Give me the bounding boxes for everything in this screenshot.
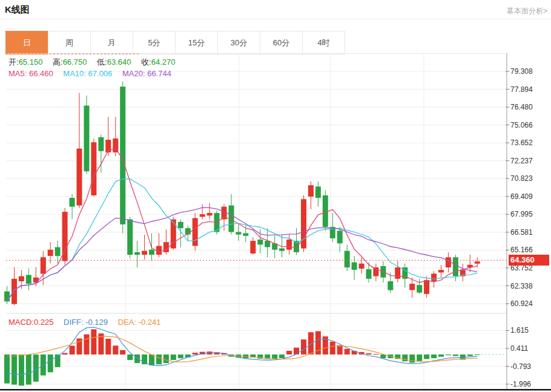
candle-body (395, 267, 400, 279)
macd-hist-bar (431, 354, 437, 358)
candle-body (431, 273, 437, 281)
main-axis-label: 70.823 (510, 174, 533, 183)
macd-hist-bar (475, 354, 480, 355)
main-axis-label: 65.166 (510, 246, 533, 254)
macd-hist-bar (286, 351, 292, 354)
macd-hist-bar (337, 345, 343, 355)
macd-axis-label: -0.793 (510, 362, 531, 371)
candle-body (366, 269, 372, 279)
current-price-tag: 64.360 (509, 255, 549, 266)
candle-body (98, 137, 104, 151)
candle-body (424, 280, 429, 294)
main-axis-label: 66.581 (510, 228, 533, 237)
macd-hist-bar (294, 348, 299, 354)
tab-5min[interactable]: 5分 (133, 31, 176, 54)
kline-page: K线图 基本面分析> 日 周 月 5分 15分 30分 60分 4时 79.30… (0, 0, 551, 392)
main-axis-label: 60.924 (510, 299, 533, 308)
macd-hist-bar (402, 354, 407, 361)
macd-hist-bar (453, 354, 458, 356)
macd-hist-bar (113, 345, 118, 354)
candle-body (120, 87, 125, 224)
candle-body (373, 267, 378, 276)
macd-hist-bar (26, 354, 31, 385)
tab-week[interactable]: 周 (48, 31, 91, 54)
macd-hist-bar (417, 354, 422, 361)
candle-body (417, 285, 422, 293)
candle-body (127, 220, 133, 255)
candle-body (250, 241, 256, 253)
tab-month[interactable]: 月 (90, 31, 133, 54)
macd-axis-label: 1.615 (510, 326, 529, 335)
main-axis-label: 67.995 (510, 210, 533, 218)
candle-body (446, 257, 451, 267)
candle-body (345, 251, 350, 267)
candle-body (315, 186, 321, 198)
candle-body (113, 139, 118, 152)
macd-hist-bar (446, 354, 451, 355)
candle-body (142, 251, 147, 255)
main-axis-label: 69.409 (510, 192, 533, 201)
candle-body (257, 240, 263, 244)
macd-hist-bar (409, 354, 415, 363)
kline-chart-canvas[interactable]: 79.30877.89476.48075.06673.65272.23770.8… (0, 53, 551, 392)
main-axis-label: 79.308 (510, 67, 533, 76)
candle-body (48, 250, 53, 256)
macd-hist-bar (345, 349, 350, 354)
macd-hist-bar (48, 354, 53, 372)
macd-hist-bar (308, 332, 314, 354)
macd-hist-bar (70, 346, 75, 355)
macd-hist-bar (438, 354, 444, 357)
macd-hist-bar (62, 353, 68, 355)
macd-axis-label: 0.411 (510, 344, 528, 353)
candle-body (4, 292, 10, 302)
candle-body (55, 247, 61, 256)
candle-body (475, 261, 480, 264)
chart-area: 79.30877.89476.48075.06673.65272.23770.8… (0, 53, 551, 392)
candle-body (12, 279, 17, 304)
macd-hist-bar (178, 354, 183, 358)
candle-body (388, 281, 393, 290)
candle-body (352, 263, 357, 270)
tab-15min[interactable]: 15分 (175, 31, 218, 54)
main-axis-label: 62.338 (510, 282, 533, 290)
macd-hist-bar (272, 354, 277, 359)
macd-hist-bar (84, 335, 90, 354)
candle-body (134, 252, 140, 255)
macd-hist-bar (33, 354, 39, 382)
macd-hist-bar (467, 354, 473, 356)
main-axis-label: 76.480 (510, 103, 533, 111)
macd-hist-bar (127, 354, 133, 360)
macd-hist-bar (171, 354, 176, 360)
candle-body (91, 142, 96, 195)
macd-hist-bar (19, 354, 24, 386)
page-title: K线图 (5, 4, 30, 16)
ma20-line (7, 207, 478, 301)
tab-day[interactable]: 日 (5, 31, 48, 54)
main-axis-label: 72.237 (510, 157, 533, 165)
candle-body (77, 149, 82, 206)
candle-body (193, 218, 198, 246)
candle-body (41, 257, 46, 273)
header-divider (0, 19, 551, 19)
candle-body (236, 232, 241, 235)
macd-hist-bar (4, 354, 10, 384)
candle-body (243, 234, 248, 236)
fundamental-analysis-link[interactable]: 基本面分析> (507, 6, 547, 16)
candle-body (279, 249, 285, 251)
candle-body (308, 185, 314, 197)
tab-30min[interactable]: 30分 (217, 31, 260, 54)
macd-hist-bar (373, 354, 378, 354)
tab-4hour[interactable]: 4时 (302, 31, 345, 54)
main-axis-label: 77.894 (510, 85, 533, 94)
candle-body (359, 264, 365, 269)
candle-body (409, 284, 415, 290)
candle-body (70, 198, 75, 207)
candle-body (178, 222, 183, 228)
candle-body (19, 276, 24, 281)
macd-hist-bar (120, 350, 125, 354)
tab-60min[interactable]: 60分 (260, 31, 303, 54)
candle-body (26, 275, 31, 284)
macd-hist-bar (91, 329, 96, 354)
macd-hist-bar (279, 354, 285, 358)
macd-axis-label: -1.996 (510, 380, 531, 388)
